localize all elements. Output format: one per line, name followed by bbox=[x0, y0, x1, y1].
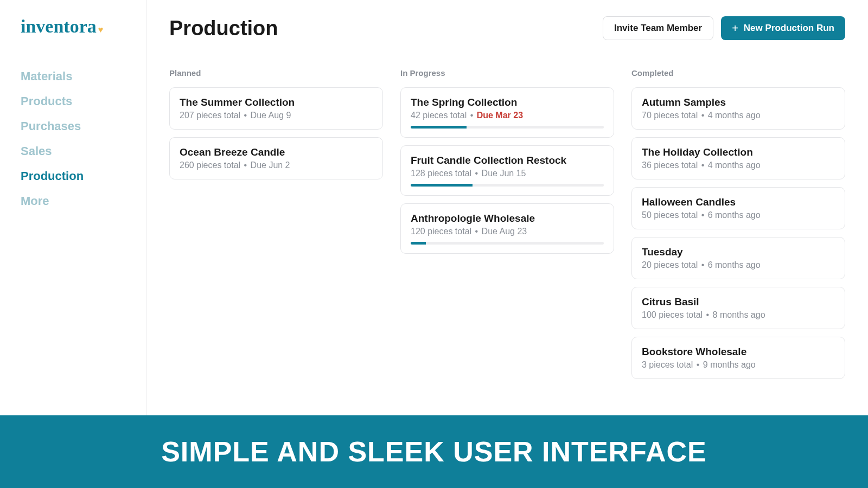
card-subtitle: 20 pieces total • 6 months ago bbox=[642, 260, 835, 270]
dot-separator: • bbox=[467, 111, 477, 120]
production-card[interactable]: Anthropologie Wholesale120 pieces total … bbox=[400, 203, 614, 254]
card-pieces: 42 pieces total bbox=[411, 111, 467, 120]
card-due: Due Aug 23 bbox=[482, 227, 527, 236]
production-card[interactable]: Citrus Basil100 pieces total • 8 months … bbox=[631, 287, 845, 329]
production-card[interactable]: Halloween Candles50 pieces total • 6 mon… bbox=[631, 187, 845, 229]
card-title: The Holiday Collection bbox=[642, 146, 835, 158]
production-card[interactable]: The Summer Collection207 pieces total • … bbox=[169, 87, 383, 130]
new-production-run-label: New Production Run bbox=[744, 23, 834, 34]
card-pieces: 100 pieces total bbox=[642, 310, 703, 319]
invite-team-button[interactable]: Invite Team Member bbox=[603, 16, 713, 40]
page-title: Production bbox=[169, 17, 603, 40]
card-due: 4 months ago bbox=[708, 160, 761, 170]
dot-separator: • bbox=[698, 111, 708, 120]
dot-separator: • bbox=[240, 111, 251, 120]
card-subtitle: 50 pieces total • 6 months ago bbox=[642, 210, 835, 220]
dot-separator: • bbox=[471, 227, 482, 236]
dot-separator: • bbox=[698, 160, 708, 170]
columns: Planned The Summer Collection207 pieces … bbox=[169, 68, 845, 387]
card-title: Halloween Candles bbox=[642, 196, 835, 208]
progress-bar bbox=[411, 242, 604, 245]
column-heading-in-progress: In Progress bbox=[400, 68, 614, 78]
logo: inventora ♥ bbox=[21, 16, 125, 37]
card-title: Citrus Basil bbox=[642, 296, 835, 308]
card-subtitle: 70 pieces total • 4 months ago bbox=[642, 111, 835, 120]
card-subtitle: 260 pieces total • Due Jun 2 bbox=[180, 160, 373, 170]
card-subtitle: 100 pieces total • 8 months ago bbox=[642, 310, 835, 320]
card-title: Autumn Samples bbox=[642, 97, 835, 108]
progress-fill bbox=[411, 126, 467, 129]
progress-fill bbox=[411, 184, 473, 187]
card-title: Bookstore Wholesale bbox=[642, 346, 835, 358]
card-due: 6 months ago bbox=[708, 210, 761, 220]
heart-icon: ♥ bbox=[98, 25, 104, 35]
sidebar-item-products[interactable]: Products bbox=[21, 89, 125, 114]
column-in-progress: In Progress The Spring Collection42 piec… bbox=[400, 68, 614, 387]
card-subtitle: 120 pieces total • Due Aug 23 bbox=[411, 227, 604, 236]
promo-banner-text: SIMPLE AND SLEEK USER INTERFACE bbox=[161, 435, 707, 468]
sidebar-item-sales[interactable]: Sales bbox=[21, 139, 125, 164]
card-title: Tuesday bbox=[642, 246, 835, 258]
logo-text: inventora bbox=[21, 16, 97, 37]
dot-separator: • bbox=[693, 360, 703, 369]
sidebar: inventora ♥ MaterialsProductsPurchasesSa… bbox=[0, 0, 146, 488]
card-due: 6 months ago bbox=[708, 260, 761, 269]
sidebar-item-purchases[interactable]: Purchases bbox=[21, 114, 125, 139]
sidebar-item-production[interactable]: Production bbox=[21, 164, 125, 189]
card-due: Due Aug 9 bbox=[251, 111, 291, 120]
card-subtitle: 207 pieces total • Due Aug 9 bbox=[180, 111, 373, 120]
production-card[interactable]: Ocean Breeze Candle260 pieces total • Du… bbox=[169, 137, 383, 179]
new-production-run-button[interactable]: + New Production Run bbox=[721, 16, 845, 40]
card-due: Due Jun 15 bbox=[482, 169, 526, 178]
dot-separator: • bbox=[698, 210, 708, 220]
card-due: 8 months ago bbox=[713, 310, 765, 319]
progress-bar bbox=[411, 184, 604, 187]
card-pieces: 3 pieces total bbox=[642, 360, 693, 369]
card-subtitle: 42 pieces total • Due Mar 23 bbox=[411, 111, 604, 120]
topbar: Production Invite Team Member + New Prod… bbox=[169, 16, 845, 40]
production-card[interactable]: Autumn Samples70 pieces total • 4 months… bbox=[631, 87, 845, 130]
production-card[interactable]: The Spring Collection42 pieces total • D… bbox=[400, 87, 614, 138]
card-subtitle: 36 pieces total • 4 months ago bbox=[642, 160, 835, 170]
production-card[interactable]: Tuesday20 pieces total • 6 months ago bbox=[631, 237, 845, 279]
card-pieces: 260 pieces total bbox=[180, 160, 240, 170]
sidebar-nav: MaterialsProductsPurchasesSalesProductio… bbox=[21, 64, 125, 214]
sidebar-item-more[interactable]: More bbox=[21, 189, 125, 214]
production-card[interactable]: Fruit Candle Collection Restock128 piece… bbox=[400, 145, 614, 196]
promo-banner: SIMPLE AND SLEEK USER INTERFACE bbox=[0, 415, 868, 488]
card-subtitle: 128 pieces total • Due Jun 15 bbox=[411, 169, 604, 178]
main: Production Invite Team Member + New Prod… bbox=[146, 0, 868, 488]
card-due: 4 months ago bbox=[708, 111, 761, 120]
invite-team-label: Invite Team Member bbox=[614, 23, 702, 34]
column-completed: Completed Autumn Samples70 pieces total … bbox=[631, 68, 845, 387]
card-title: The Spring Collection bbox=[411, 97, 604, 108]
card-pieces: 70 pieces total bbox=[642, 111, 698, 120]
card-pieces: 20 pieces total bbox=[642, 260, 698, 269]
progress-fill bbox=[411, 242, 426, 245]
production-card[interactable]: Bookstore Wholesale3 pieces total • 9 mo… bbox=[631, 337, 845, 379]
card-due: Due Jun 2 bbox=[251, 160, 290, 170]
production-card[interactable]: The Holiday Collection36 pieces total • … bbox=[631, 137, 845, 179]
card-pieces: 50 pieces total bbox=[642, 210, 698, 220]
card-pieces: 36 pieces total bbox=[642, 160, 698, 170]
dot-separator: • bbox=[471, 169, 482, 178]
dot-separator: • bbox=[240, 160, 251, 170]
column-heading-completed: Completed bbox=[631, 68, 845, 78]
sidebar-item-materials[interactable]: Materials bbox=[21, 64, 125, 89]
plus-icon: + bbox=[732, 23, 738, 34]
card-title: Ocean Breeze Candle bbox=[180, 146, 373, 158]
card-title: Anthropologie Wholesale bbox=[411, 213, 604, 224]
card-pieces: 128 pieces total bbox=[411, 169, 471, 178]
card-due: Due Mar 23 bbox=[477, 111, 523, 120]
card-title: Fruit Candle Collection Restock bbox=[411, 155, 604, 166]
dot-separator: • bbox=[703, 310, 713, 319]
card-subtitle: 3 pieces total • 9 months ago bbox=[642, 360, 835, 370]
card-title: The Summer Collection bbox=[180, 97, 373, 108]
card-pieces: 207 pieces total bbox=[180, 111, 240, 120]
progress-bar bbox=[411, 126, 604, 129]
card-due: 9 months ago bbox=[703, 360, 756, 369]
card-pieces: 120 pieces total bbox=[411, 227, 471, 236]
dot-separator: • bbox=[698, 260, 708, 269]
column-planned: Planned The Summer Collection207 pieces … bbox=[169, 68, 383, 387]
column-heading-planned: Planned bbox=[169, 68, 383, 78]
